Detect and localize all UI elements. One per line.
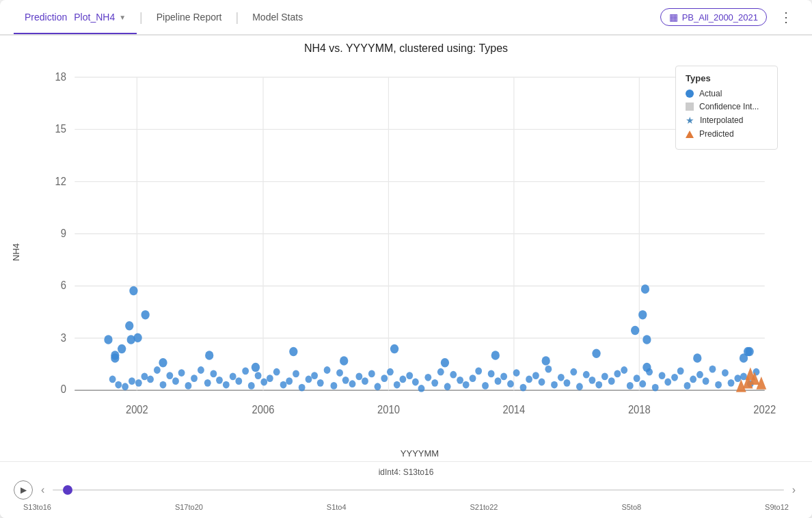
slider-prev-button[interactable]: ‹ — [38, 482, 47, 497]
chart-content: NH4 18 15 12 — [0, 59, 812, 446]
svg-point-92 — [482, 382, 489, 390]
legend-title: Types — [686, 73, 768, 83]
svg-text:2022: 2022 — [753, 403, 776, 415]
svg-point-61 — [286, 377, 293, 385]
tab-model-stats[interactable]: Model Stats — [241, 0, 314, 34]
dataset-badge[interactable]: ▦ PB_All_2000_2021 — [660, 8, 767, 26]
legend-label-confidence: Confidence Int... — [699, 102, 759, 111]
svg-text:2014: 2014 — [502, 403, 525, 415]
svg-point-37 — [135, 379, 142, 387]
svg-point-32 — [129, 286, 137, 295]
svg-point-74 — [368, 370, 375, 377]
svg-point-98 — [520, 384, 527, 392]
svg-point-31 — [141, 310, 150, 319]
legend-item-predicted: Predicted — [686, 129, 768, 139]
slider-thumb[interactable] — [63, 485, 72, 495]
svg-point-69 — [336, 369, 343, 377]
svg-point-101 — [539, 379, 545, 386]
svg-point-35 — [122, 383, 128, 390]
nav-separator-1: | — [137, 10, 146, 25]
chart-title: NH4 vs. YYYYMM, clustered using: Types — [0, 42, 812, 55]
slider-next-button[interactable]: › — [789, 482, 798, 497]
svg-point-39 — [147, 376, 154, 383]
svg-text:9: 9 — [61, 228, 66, 240]
svg-point-70 — [342, 377, 349, 384]
svg-point-57 — [260, 379, 267, 386]
svg-point-52 — [230, 373, 236, 381]
svg-point-109 — [588, 377, 595, 384]
svg-point-77 — [387, 368, 394, 376]
svg-point-56 — [255, 372, 262, 379]
svg-point-123 — [677, 367, 684, 374]
svg-point-100 — [532, 372, 539, 379]
svg-point-140 — [289, 347, 297, 356]
dataset-icon: ▦ — [669, 12, 678, 23]
svg-point-107 — [576, 383, 583, 390]
svg-point-79 — [399, 376, 406, 383]
svg-text:2018: 2018 — [628, 403, 651, 415]
svg-point-147 — [642, 363, 651, 372]
svg-point-85 — [437, 368, 444, 376]
slider-label-1: S17to20 — [175, 503, 203, 511]
svg-point-146 — [592, 349, 600, 358]
legend-label-interpolated: Interpolated — [700, 115, 743, 125]
svg-point-73 — [362, 377, 368, 385]
svg-point-111 — [601, 373, 608, 381]
svg-point-40 — [154, 366, 161, 374]
slider-track-container[interactable] — [53, 480, 783, 500]
svg-point-137 — [159, 358, 167, 367]
chart-wrapper: NH4 vs. YYYYMM, clustered using: Types N… — [0, 36, 812, 518]
svg-point-45 — [185, 382, 192, 390]
svg-point-152 — [641, 284, 649, 293]
tab-pipeline-report[interactable]: Pipeline Report — [146, 0, 233, 34]
svg-point-151 — [638, 310, 647, 319]
svg-point-80 — [406, 372, 413, 379]
svg-point-145 — [542, 356, 550, 365]
nav-separator-2: | — [233, 10, 242, 25]
svg-point-43 — [172, 377, 179, 385]
more-icon: ⋮ — [779, 9, 793, 25]
play-icon: ▶ — [21, 485, 27, 495]
svg-point-112 — [608, 377, 615, 385]
legend-item-actual: Actual — [686, 89, 768, 98]
svg-point-46 — [191, 374, 198, 382]
svg-point-99 — [526, 376, 532, 383]
nav-right: ▦ PB_All_2000_2021 ⋮ — [660, 6, 798, 28]
tab-prediction[interactable]: Prediction Plot_NH4 ▼ — [14, 0, 137, 34]
svg-point-65 — [311, 372, 318, 379]
svg-point-88 — [457, 377, 463, 384]
svg-point-28 — [118, 344, 126, 353]
svg-point-115 — [627, 382, 634, 390]
svg-point-55 — [248, 382, 255, 390]
svg-point-96 — [507, 380, 514, 387]
svg-point-130 — [722, 369, 729, 377]
slider-row: ▶ ‹ › — [14, 480, 798, 500]
svg-point-103 — [551, 381, 558, 389]
svg-point-95 — [500, 373, 507, 381]
svg-point-131 — [728, 379, 735, 387]
svg-point-26 — [104, 335, 112, 344]
tab-prediction-label: Prediction — [25, 12, 67, 23]
slider-id-label: idInt4: S13to16 — [14, 467, 798, 477]
tab-model-stats-label: Model Stats — [252, 12, 303, 23]
slider-label-2: S1to4 — [327, 503, 347, 511]
svg-point-125 — [690, 376, 696, 383]
svg-point-122 — [671, 374, 678, 381]
dropdown-icon[interactable]: ▼ — [119, 14, 126, 21]
svg-point-90 — [470, 374, 476, 382]
svg-point-154 — [642, 335, 651, 344]
svg-point-87 — [450, 371, 457, 379]
svg-point-108 — [583, 371, 590, 379]
svg-point-97 — [513, 369, 520, 377]
svg-point-104 — [558, 374, 565, 381]
svg-point-36 — [128, 377, 135, 385]
svg-text:12: 12 — [55, 175, 66, 187]
svg-point-53 — [235, 377, 242, 385]
svg-point-62 — [293, 370, 299, 377]
svg-point-93 — [488, 370, 495, 377]
svg-point-51 — [223, 381, 230, 389]
play-button[interactable]: ▶ — [14, 480, 33, 500]
svg-point-82 — [418, 385, 425, 392]
more-button[interactable]: ⋮ — [774, 6, 798, 28]
svg-point-54 — [242, 367, 249, 374]
